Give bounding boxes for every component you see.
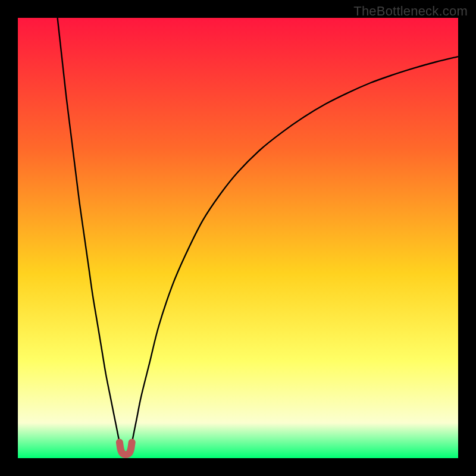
- chart-plot: [18, 18, 458, 458]
- watermark-text: TheBottleneck.com: [353, 4, 468, 19]
- chart-frame: TheBottleneck.com: [0, 0, 476, 476]
